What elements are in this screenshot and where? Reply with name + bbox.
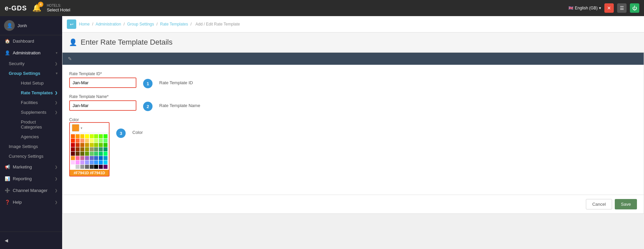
sidebar-item-agencies[interactable]: Agencies: [12, 132, 62, 142]
color-cell[interactable]: [90, 156, 94, 160]
sidebar-item-channel-manager[interactable]: ➕ Channel Manager ❯: [0, 185, 62, 196]
color-cell[interactable]: [85, 165, 89, 169]
color-cell[interactable]: [103, 139, 108, 143]
sidebar-collapse-button[interactable]: ◀: [0, 235, 62, 246]
sidebar-item-help[interactable]: ❓ Help ❯: [0, 196, 62, 208]
color-cell[interactable]: [71, 156, 75, 160]
sidebar-item-group-settings[interactable]: Group Settings ▾: [0, 68, 62, 78]
breadcrumb-rate-templates[interactable]: Rate Templates: [160, 22, 188, 27]
sidebar-item-currency-settings[interactable]: Currency Settings: [0, 151, 62, 161]
notification-bell[interactable]: 🔔 4: [32, 4, 41, 12]
breadcrumb-home[interactable]: Home: [79, 22, 90, 27]
color-cell[interactable]: [90, 134, 94, 138]
color-cell[interactable]: [90, 139, 94, 143]
color-picker-arrow[interactable]: ▾: [81, 126, 82, 130]
color-cell[interactable]: [103, 156, 108, 160]
color-cell[interactable]: [99, 147, 103, 151]
color-picker[interactable]: ▾ #F7941D #F7941D: [69, 122, 110, 177]
color-cell[interactable]: [94, 160, 98, 164]
power-button[interactable]: ⏻: [630, 3, 639, 13]
color-cell[interactable]: [80, 160, 84, 164]
color-cell[interactable]: [80, 134, 84, 138]
color-cell[interactable]: [90, 165, 94, 169]
color-cell[interactable]: [80, 143, 84, 147]
color-cell[interactable]: [71, 143, 75, 147]
color-cell[interactable]: [85, 143, 89, 147]
color-cell[interactable]: [76, 165, 80, 169]
sidebar-item-supplements[interactable]: Supplements ❯: [12, 107, 62, 117]
cancel-button[interactable]: Cancel: [586, 199, 612, 209]
sidebar-item-administration[interactable]: 👤 Administration ▾: [0, 47, 62, 59]
color-cell[interactable]: [103, 152, 108, 156]
color-cell[interactable]: [76, 139, 80, 143]
sidebar-item-dashboard[interactable]: 🏠 Dashboard: [0, 35, 62, 47]
color-cell[interactable]: [76, 143, 80, 147]
color-cell[interactable]: [103, 143, 108, 147]
sidebar-item-image-settings[interactable]: Image Settings: [0, 142, 62, 151]
color-cell[interactable]: [85, 147, 89, 151]
color-cell[interactable]: [94, 143, 98, 147]
color-cell[interactable]: [103, 165, 108, 169]
color-cell[interactable]: [94, 147, 98, 151]
color-cell[interactable]: [71, 160, 75, 164]
color-cell[interactable]: [80, 139, 84, 143]
close-button[interactable]: ✕: [604, 3, 614, 13]
color-cell[interactable]: [76, 147, 80, 151]
color-cell[interactable]: [76, 134, 80, 138]
color-cell[interactable]: [94, 134, 98, 138]
rate-template-name-input[interactable]: [69, 100, 136, 111]
breadcrumb-administration[interactable]: Administration: [95, 22, 121, 27]
color-cell[interactable]: [99, 156, 103, 160]
color-cell[interactable]: [71, 152, 75, 156]
color-cell[interactable]: [94, 139, 98, 143]
color-cell[interactable]: [99, 160, 103, 164]
save-button[interactable]: Save: [615, 199, 637, 209]
color-cell[interactable]: [94, 152, 98, 156]
color-cell[interactable]: [85, 156, 89, 160]
sidebar-item-rate-templates[interactable]: Rate Templates ❯: [12, 88, 62, 98]
rate-template-id-input[interactable]: [69, 78, 136, 88]
color-cell[interactable]: [85, 139, 89, 143]
sidebar-item-product-categories[interactable]: Product Categories: [12, 117, 62, 132]
sidebar-bottom: ◀: [0, 232, 62, 249]
color-cell[interactable]: [99, 143, 103, 147]
color-cell[interactable]: [85, 152, 89, 156]
color-cell[interactable]: [103, 147, 108, 151]
color-cell[interactable]: [99, 152, 103, 156]
sidebar-item-marketing[interactable]: 📢 Marketing ❯: [0, 161, 62, 173]
color-cell[interactable]: [94, 165, 98, 169]
sidebar-item-reporting[interactable]: 📊 Reporting ❯: [0, 173, 62, 185]
color-cell[interactable]: [90, 147, 94, 151]
color-cell[interactable]: [80, 156, 84, 160]
color-cell[interactable]: [99, 139, 103, 143]
color-cell[interactable]: [76, 152, 80, 156]
color-cell[interactable]: [71, 165, 75, 169]
sidebar-item-security[interactable]: Security ❯: [0, 59, 62, 68]
breadcrumb-back-button[interactable]: ↩: [67, 19, 76, 29]
hotel-name[interactable]: Select Hotel: [47, 7, 70, 12]
sidebar-item-hotel-setup[interactable]: Hotel Setup: [12, 78, 62, 88]
color-cell[interactable]: [90, 152, 94, 156]
color-cell[interactable]: [80, 165, 84, 169]
color-cell[interactable]: [76, 156, 80, 160]
sidebar-item-facilities[interactable]: Facilities ❯: [12, 98, 62, 107]
breadcrumb-group-settings[interactable]: Group Settings: [127, 22, 154, 27]
color-cell[interactable]: [71, 139, 75, 143]
color-cell[interactable]: [90, 160, 94, 164]
color-cell[interactable]: [103, 134, 108, 138]
color-cell[interactable]: [99, 134, 103, 138]
color-cell[interactable]: [80, 152, 84, 156]
color-cell[interactable]: [71, 147, 75, 151]
color-cell[interactable]: [71, 134, 75, 138]
color-cell[interactable]: [80, 147, 84, 151]
hotel-selector[interactable]: HOTELS: Select Hotel: [47, 4, 70, 12]
color-cell[interactable]: [76, 160, 80, 164]
language-selector[interactable]: 🇬🇧 English (GB) ▾: [568, 6, 601, 10]
color-cell[interactable]: [99, 165, 103, 169]
color-cell[interactable]: [90, 143, 94, 147]
color-cell[interactable]: [85, 134, 89, 138]
color-cell[interactable]: [94, 156, 98, 160]
color-cell[interactable]: [85, 160, 89, 164]
color-cell[interactable]: [103, 160, 108, 164]
menu-button[interactable]: ☰: [617, 3, 627, 13]
